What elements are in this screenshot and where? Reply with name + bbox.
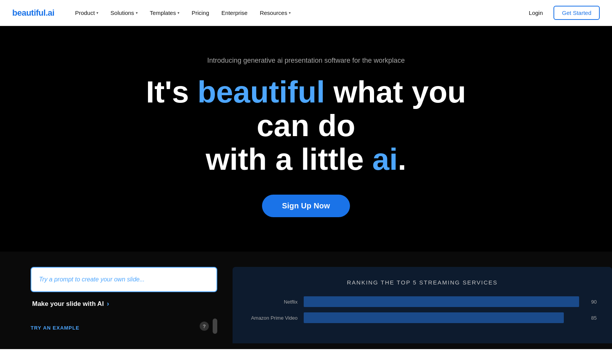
hero-title-highlight2: ai [372, 142, 398, 176]
chart-bar-netflix [304, 296, 579, 307]
make-slide-label: Make your slide with AI [32, 300, 104, 308]
nav-item-product[interactable]: Product ▾ [70, 6, 104, 19]
chart-value-netflix: 90 [585, 299, 597, 305]
hero-title-highlight: beautiful [197, 75, 325, 109]
chevron-down-icon: ▾ [177, 11, 179, 15]
left-panel: Make your slide with AI › TRY AN EXAMPLE… [0, 267, 233, 349]
bottom-section: Make your slide with AI › TRY AN EXAMPLE… [0, 252, 612, 349]
hero-section: Introducing generative ai presentation s… [0, 26, 612, 252]
hero-title-punct: . [398, 142, 406, 176]
logo-text: beautiful [12, 8, 46, 18]
logo[interactable]: beautiful.ai [12, 8, 54, 18]
chart-row-amazon: Amazon Prime Video 85 [248, 312, 597, 323]
nav-right: Login Get Started [524, 6, 600, 20]
try-example-link[interactable]: TRY AN EXAMPLE [31, 322, 80, 331]
help-icon[interactable]: ? [200, 322, 209, 331]
get-started-button[interactable]: Get Started [553, 6, 600, 20]
hero-subtitle: Introducing generative ai presentation s… [207, 57, 405, 65]
chart-value-amazon: 85 [585, 315, 597, 321]
make-slide-link[interactable]: Make your slide with AI › [31, 300, 217, 308]
nav-item-enterprise[interactable]: Enterprise [216, 6, 253, 19]
chart-bar-container-netflix [304, 296, 579, 307]
chart-title: RANKING THE TOP 5 STREAMING SERVICES [248, 279, 597, 286]
nav-item-pricing[interactable]: Pricing [186, 6, 215, 19]
scroll-indicator [213, 318, 217, 334]
chart-label-amazon: Amazon Prime Video [248, 315, 298, 321]
nav-item-solutions[interactable]: Solutions ▾ [105, 6, 143, 19]
nav-item-resources[interactable]: Resources ▾ [254, 6, 296, 19]
chart-bar-amazon [304, 312, 564, 323]
nav-links: Product ▾ Solutions ▾ Templates ▾ Pricin… [70, 6, 524, 19]
chart-row-netflix: Netflix 90 [248, 296, 597, 307]
prompt-input[interactable] [31, 267, 217, 292]
signup-button[interactable]: Sign Up Now [262, 195, 350, 217]
bottom-icons: TRY AN EXAMPLE ? [31, 315, 217, 334]
chevron-down-icon: ▾ [96, 11, 98, 15]
chart-bar-container-amazon [304, 312, 579, 323]
nav-item-templates[interactable]: Templates ▾ [145, 6, 185, 19]
navigation: beautiful.ai Product ▾ Solutions ▾ Templ… [0, 0, 612, 26]
right-panel: RANKING THE TOP 5 STREAMING SERVICES Net… [233, 267, 612, 343]
logo-ai: ai [48, 8, 54, 18]
hero-title: It's beautiful what you can do with a li… [134, 75, 478, 176]
chevron-down-icon: ▾ [136, 11, 138, 15]
hero-title-part1: It's [146, 75, 198, 109]
arrow-right-icon: › [107, 300, 109, 308]
hero-title-part3: with a little [206, 142, 373, 176]
login-button[interactable]: Login [524, 6, 548, 19]
chart-label-netflix: Netflix [248, 299, 298, 305]
chevron-down-icon: ▾ [289, 11, 291, 15]
